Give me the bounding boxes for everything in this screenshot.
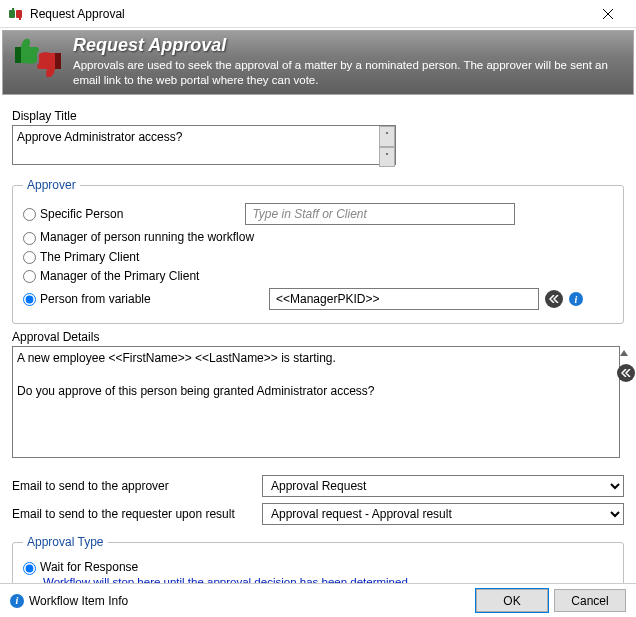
display-title-input[interactable] [12,125,396,165]
info-icon: i [10,594,24,608]
window-title: Request Approval [30,7,588,21]
svg-rect-1 [16,10,22,18]
radio-from-variable-label: Person from variable [40,292,151,306]
display-title-wrap: ˄ ˅ [12,125,396,168]
approval-details-input[interactable] [12,346,620,458]
variable-input[interactable] [269,288,539,310]
display-title-down[interactable]: ˅ [379,147,395,168]
email-approver-label: Email to send to the approver [12,479,262,493]
close-button[interactable] [588,0,628,28]
banner: Request Approval Approvals are used to s… [2,30,634,95]
info-icon[interactable]: i [569,292,583,306]
cancel-button[interactable]: Cancel [554,589,626,612]
workflow-info-label: Workflow Item Info [29,594,128,608]
footer: i Workflow Item Info OK Cancel [0,583,636,617]
chevron-left-double-icon [549,295,559,303]
display-title-up[interactable]: ˄ [379,126,395,147]
content-area: Display Title ˄ ˅ Approver Specific Pers… [0,97,636,617]
chevron-left-double-icon [621,369,631,377]
approval-details-label: Approval Details [12,330,624,344]
email-requester-select[interactable]: Approval request - Approval result [262,503,624,525]
banner-heading: Request Approval [73,35,623,56]
radio-specific-person[interactable]: Specific Person [23,207,123,221]
banner-description: Approvals are used to seek the approval … [73,58,623,88]
radio-manager-primary-label: Manager of the Primary Client [40,269,199,283]
close-icon [603,9,613,19]
workflow-item-info-link[interactable]: i Workflow Item Info [10,594,470,608]
radio-primary-client-label: The Primary Client [40,250,139,264]
radio-wait-response[interactable]: Wait for Response [23,560,138,574]
approver-group: Approver Specific Person Manager of pers… [12,178,624,324]
radio-manager-runner-label: Manager of person running the workflow [40,230,254,244]
display-title-label: Display Title [12,109,624,123]
variable-expand-button[interactable] [545,290,563,308]
titlebar: Request Approval [0,0,636,28]
svg-rect-5 [55,53,61,69]
approver-legend: Approver [23,178,80,192]
staff-client-input[interactable] [245,203,515,225]
details-up-button[interactable] [617,346,631,360]
radio-manager-runner[interactable]: Manager of person running the workflow [23,230,254,244]
email-approver-select[interactable]: Approval Request [262,475,624,497]
radio-manager-primary[interactable]: Manager of the Primary Client [23,269,199,283]
svg-rect-4 [15,47,21,63]
approval-type-legend: Approval Type [23,535,108,549]
radio-wait-label: Wait for Response [40,560,138,574]
ok-button[interactable]: OK [476,589,548,612]
email-requester-label: Email to send to the requester upon resu… [12,507,262,521]
caret-up-icon [620,350,628,356]
radio-from-variable[interactable]: Person from variable [23,292,263,306]
svg-rect-0 [9,10,15,18]
app-icon [8,6,24,22]
radio-primary-client[interactable]: The Primary Client [23,250,139,264]
radio-specific-label: Specific Person [40,207,123,221]
thumbs-icon [9,35,65,79]
details-expand-button[interactable] [617,364,635,382]
approval-details-wrap [12,346,632,461]
